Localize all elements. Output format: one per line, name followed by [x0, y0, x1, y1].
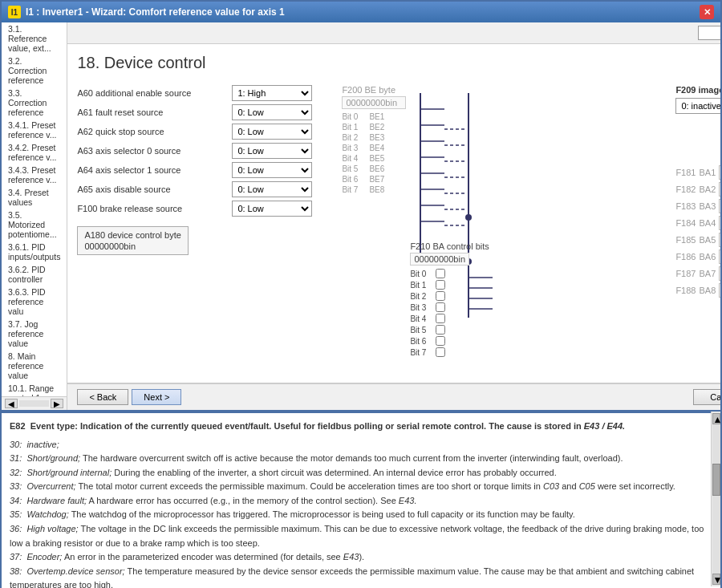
a64-select[interactable]: 0: Low	[232, 162, 312, 178]
bit-row-2: Bit 2BE3	[342, 133, 406, 142]
f210-bit0-check[interactable]	[436, 269, 445, 278]
content-area: Search 18. Device control A60 additional…	[67, 22, 720, 410]
f210-bit7-check[interactable]	[436, 347, 445, 357]
sidebar-item-s14[interactable]: 10.1. Range control 1	[2, 382, 67, 396]
nav-bar: < Back Next > Cancel OK	[67, 383, 720, 410]
sidebar-item-s11[interactable]: 3.6.3. PID reference valu	[2, 286, 67, 318]
sidebar-item-s13[interactable]: 8. Main reference value	[2, 350, 67, 382]
f182-sub: BA2	[699, 185, 716, 194]
sidebar-item-s3[interactable]: 3.3. Correction reference	[2, 87, 67, 119]
f210-bit4-check[interactable]	[436, 314, 445, 323]
f210-bit2-check[interactable]	[436, 291, 445, 301]
f210-bit5: Bit 5	[410, 325, 489, 335]
sidebar-item-s2[interactable]: 3.2. Correction reference	[2, 55, 67, 87]
sidebar-item-s5[interactable]: 3.4.2. Preset reference v...	[2, 141, 67, 164]
f181-reg: F181	[675, 168, 696, 177]
f200-value: 00000000bin	[342, 96, 406, 109]
f210-bit1: Bit 1	[410, 280, 489, 290]
f188-sub: BA8	[699, 286, 716, 295]
f210-section: F210 BA control bits 00000000bin Bit 0 B…	[410, 241, 489, 357]
f185-select[interactable]: 0: Low	[719, 233, 720, 247]
f209-title: F209 image of F200 to F210	[675, 85, 720, 95]
diagram-section: F200 BE byte 00000000bin Bit 0BE1 Bit 1B…	[342, 85, 720, 334]
f183-select[interactable]: 0: Low	[719, 199, 720, 213]
f186-sub: BA6	[699, 252, 716, 262]
info-panel-title: E82 Event type: Indication of the curren…	[10, 420, 708, 433]
f209-select[interactable]: 0: inactive	[675, 98, 720, 114]
search-input[interactable]	[698, 26, 720, 40]
sidebar-item-s10[interactable]: 3.6.2. PID controller	[2, 263, 67, 286]
f200-bits: Bit 0BE1 Bit 1BE2 Bit 2BE3 Bit 3BE4 Bit …	[342, 112, 406, 194]
f100-select[interactable]: 0: Low	[232, 201, 312, 217]
f181-select[interactable]: 0: Low	[719, 165, 720, 180]
f183-reg: F183	[675, 201, 696, 211]
f210-bit1-check[interactable]	[436, 280, 445, 290]
f182-reg: F182	[675, 185, 696, 194]
page-title: 18. Device control	[77, 54, 720, 72]
sidebar-item-s6[interactable]: 3.4.3. Preset reference v...	[2, 164, 67, 186]
next-button[interactable]: Next >	[132, 389, 181, 405]
a62-select[interactable]: 0: Low	[232, 124, 312, 140]
f210-bits: Bit 0 Bit 1 Bit 2 Bit 3 Bit 4 Bit 5 Bit …	[410, 269, 489, 357]
svg-point-17	[465, 214, 472, 221]
f210-bit7: Bit 7	[410, 347, 489, 357]
f182-select[interactable]: 0: Low	[719, 182, 720, 197]
f187-reg: F187	[675, 269, 696, 278]
f188-select[interactable]: 0: Low	[719, 283, 720, 298]
a65-select[interactable]: 0: Low	[232, 181, 312, 197]
f210-bit5-check[interactable]	[436, 325, 445, 335]
sidebar-item-s1[interactable]: 3.1. Reference value, ext...	[2, 22, 67, 55]
a180-box: A180 device control byte 00000000bin	[77, 226, 188, 255]
f210-bit2: Bit 2	[410, 291, 489, 301]
back-button[interactable]: < Back	[77, 389, 128, 405]
nav-left: < Back Next >	[77, 389, 181, 405]
f100-label: F100 brake release source	[77, 204, 225, 213]
sidebar-item-s9[interactable]: 3.6.1. PID inputs/outputs	[2, 241, 67, 263]
a62-label: A62 quick stop source	[77, 127, 225, 136]
f209-box: F209 image of F200 to F210 0: inactive	[675, 85, 720, 114]
bit-row-0: Bit 0BE1	[342, 112, 406, 121]
a63-select[interactable]: 0: Low	[232, 143, 312, 159]
sidebar-item-s7[interactable]: 3.4. Preset values	[2, 186, 67, 209]
scroll-left-arrow[interactable]: ◀	[5, 399, 18, 408]
f185-sub: BA5	[699, 235, 716, 245]
f184-reg: F184	[675, 218, 696, 228]
f210-bit4: Bit 4	[410, 314, 489, 323]
top-bar: Search	[67, 22, 720, 44]
app-icon: I1	[8, 6, 21, 18]
scroll-right-arrow[interactable]: ▶	[51, 399, 63, 408]
bit-row-6: Bit 6BE7	[342, 175, 406, 184]
f200-section: F200 BE byte 00000000bin Bit 0BE1 Bit 1B…	[342, 85, 406, 334]
sidebar: 3.1. Reference value, ext... 3.2. Correc…	[2, 22, 67, 410]
scroll-down-arrow[interactable]: ▼	[712, 574, 720, 585]
title-bar-left: I1 I1 : Inverter1 - Wizard: Comfort refe…	[8, 6, 285, 18]
sidebar-item-s12[interactable]: 3.7. Jog reference value	[2, 318, 67, 350]
f210-bit6-check[interactable]	[436, 336, 445, 346]
f209-section: F209 image of F200 to F210 0: inactive F…	[675, 85, 720, 334]
scroll-up-arrow[interactable]: ▲	[712, 413, 720, 424]
device-control-panel: 18. Device control A60 additional enable…	[67, 44, 720, 383]
sidebar-item-s8[interactable]: 3.5. Motorized potentiome...	[2, 209, 67, 241]
f210-bit3-check[interactable]	[436, 302, 445, 312]
a61-select[interactable]: 0: Low	[232, 104, 312, 120]
f184-select[interactable]: 0: Low	[719, 216, 720, 230]
cancel-button[interactable]: Cancel	[693, 389, 720, 405]
f186-select[interactable]: 0: Low	[719, 249, 720, 264]
f187-sub: BA7	[699, 269, 716, 278]
f186-reg: F186	[675, 252, 696, 262]
f187-select[interactable]: 0: Low	[719, 266, 720, 281]
close-button[interactable]: ✕	[700, 5, 714, 19]
info-panel: E82 Event type: Indication of the curren…	[2, 412, 720, 588]
sidebar-scroll-bar: ◀ ▶	[2, 396, 67, 410]
sidebar-list: 3.1. Reference value, ext... 3.2. Correc…	[2, 22, 67, 396]
f210-value: 00000000bin	[410, 253, 469, 266]
a61-label: A61 fault reset source	[77, 107, 225, 117]
main-content: 3.1. Reference value, ext... 3.2. Correc…	[2, 22, 720, 410]
nav-right: Cancel OK	[693, 389, 720, 405]
f188-reg: F188	[675, 286, 696, 295]
sidebar-item-s4[interactable]: 3.4.1. Preset reference v...	[2, 119, 67, 141]
bit-row-4: Bit 4BE5	[342, 154, 406, 163]
a60-select[interactable]: 1: High	[232, 85, 312, 101]
scroll-thumb[interactable]	[712, 464, 720, 496]
bit-row-7: Bit 7BE8	[342, 185, 406, 194]
